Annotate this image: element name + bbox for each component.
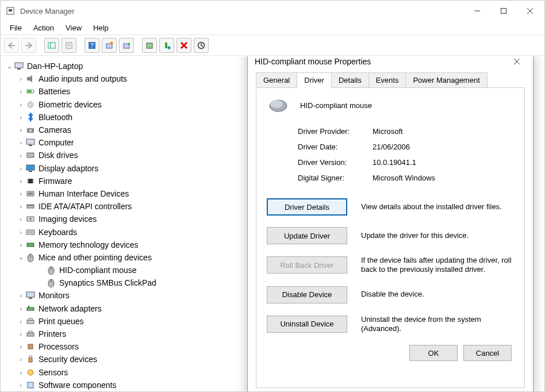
expand-icon[interactable]: › [17,101,25,108]
svg-rect-64 [29,318,32,320]
expand-icon[interactable]: › [17,318,25,325]
tree-item[interactable]: ›Print queues [3,315,245,328]
expand-icon[interactable]: › [17,139,25,146]
tree-item[interactable]: ›Batteries [3,85,245,98]
svg-point-31 [29,129,32,132]
device-tree[interactable]: ⌄ Dan-HP-Laptop ›Audio inputs and output… [1,56,248,391]
tree-item[interactable]: ›Bluetooth [3,111,245,124]
forward-button[interactable] [21,38,36,53]
expand-icon[interactable]: › [17,152,25,159]
svg-text:?: ? [90,43,94,49]
expand-icon[interactable]: › [17,190,25,197]
tree-item[interactable]: ›Keyboards [3,225,245,238]
scan-hardware-button[interactable] [194,38,209,53]
tree-item[interactable]: ›Cameras [3,124,245,136]
expand-icon[interactable]: › [17,114,25,121]
tree-root[interactable]: ⌄ Dan-HP-Laptop [3,60,245,72]
tree-item[interactable]: ›Sensors [3,366,245,379]
tree-item[interactable]: ›Human Interface Devices [3,187,245,200]
update-driver-button[interactable]: Update Driver [267,227,347,244]
tree-item-label: Network adapters [39,304,102,313]
tree-item[interactable]: ›Imaging devices [3,213,245,225]
tree-item[interactable]: ›IDE ATA/ATAPI controllers [3,200,245,213]
minimize-button[interactable] [464,2,490,20]
scan-button-2[interactable] [119,38,134,53]
expand-icon[interactable]: › [17,292,25,299]
collapse-icon[interactable]: ⌄ [5,63,13,70]
expand-icon[interactable]: › [17,305,25,312]
svg-rect-62 [28,306,29,308]
properties-button[interactable] [62,38,76,53]
svg-rect-16 [147,43,152,48]
menu-file[interactable]: File [4,22,28,33]
show-hide-tree-button[interactable] [44,38,59,53]
expand-icon[interactable]: › [17,369,25,376]
expand-icon[interactable]: › [17,241,25,248]
tree-item[interactable]: ›Disk drives [3,149,245,162]
expand-icon[interactable]: › [17,382,25,389]
collapse-icon[interactable]: ⌄ [17,253,25,261]
tree-item[interactable]: HID-compliant mouse [3,264,245,276]
expand-icon[interactable]: › [17,330,25,337]
expand-icon[interactable]: › [17,203,25,210]
expand-icon[interactable]: › [17,229,25,236]
svg-point-35 [32,156,33,157]
tab-driver[interactable]: Driver [297,72,332,88]
expand-icon[interactable]: › [17,178,25,185]
tree-item[interactable]: ›Processors [3,340,245,353]
tree-item[interactable]: ›Software components [3,379,245,391]
add-legacy-button[interactable] [159,38,174,53]
tree-item[interactable]: ›Security devices [3,353,245,366]
expand-icon[interactable]: › [17,165,25,172]
driver-details-button[interactable]: Driver Details [267,198,347,216]
svg-rect-27 [28,90,32,93]
menu-help[interactable]: Help [87,22,114,33]
menubar: File Action View Help [1,21,544,35]
tab-details[interactable]: Details [331,72,369,88]
svg-rect-32 [26,139,34,144]
expand-icon[interactable]: › [17,75,25,82]
tree-item[interactable]: ⌄Mice and other pointing devices [3,251,245,264]
category-icon [25,125,36,135]
expand-icon[interactable]: › [17,88,25,95]
tab-power[interactable]: Power Management [405,72,487,88]
tree-item[interactable]: Synaptics SMBus ClickPad [3,276,245,289]
uninstall-button[interactable] [176,38,191,53]
scan-button-1[interactable] [102,38,117,53]
tree-item[interactable]: ›Firmware [3,175,245,187]
menu-action[interactable]: Action [28,22,60,33]
tree-item-label: Disk drives [39,151,78,160]
tree-item[interactable]: ›Display adaptors [3,162,245,175]
expand-icon[interactable]: › [17,356,25,363]
mouse-icon [45,278,57,288]
help-button[interactable]: ? [85,38,99,53]
tree-item[interactable]: ›Memory technology devices [3,239,245,251]
tree-item[interactable]: ›Printers [3,328,245,340]
tree-item[interactable]: ›Computer [3,136,245,149]
expand-icon[interactable]: › [17,216,25,222]
tree-item[interactable]: ›Audio inputs and outputs [3,72,245,85]
expand-icon[interactable]: › [17,126,25,133]
tree-item-label: Sensors [39,368,68,377]
svg-rect-22 [15,63,23,68]
update-driver-button[interactable] [142,38,157,53]
menu-view[interactable]: View [60,22,87,33]
tree-item-label: Computer [39,138,74,147]
ok-button[interactable]: OK [409,345,458,361]
back-button[interactable] [4,38,19,53]
tree-item[interactable]: ›Biometric devices [3,98,245,111]
close-button[interactable] [517,2,543,20]
dialog-close-button[interactable] [508,56,526,71]
disable-device-button[interactable]: Disable Device [267,286,347,303]
expand-icon[interactable]: › [17,343,25,350]
maximize-button[interactable] [490,2,517,20]
cancel-button[interactable]: Cancel [463,345,512,361]
tree-item[interactable]: ›Network adapters [3,302,245,315]
tree-item-label: HID-compliant mouse [59,266,137,275]
tree-item[interactable]: ›Monitors [3,289,245,302]
tab-general[interactable]: General [256,72,297,88]
uninstall-device-button[interactable]: Uninstall Device [267,316,347,333]
tree-item-label: Security devices [39,355,97,364]
device-name: HID-compliant mouse [300,101,372,110]
tab-events[interactable]: Events [369,72,406,88]
